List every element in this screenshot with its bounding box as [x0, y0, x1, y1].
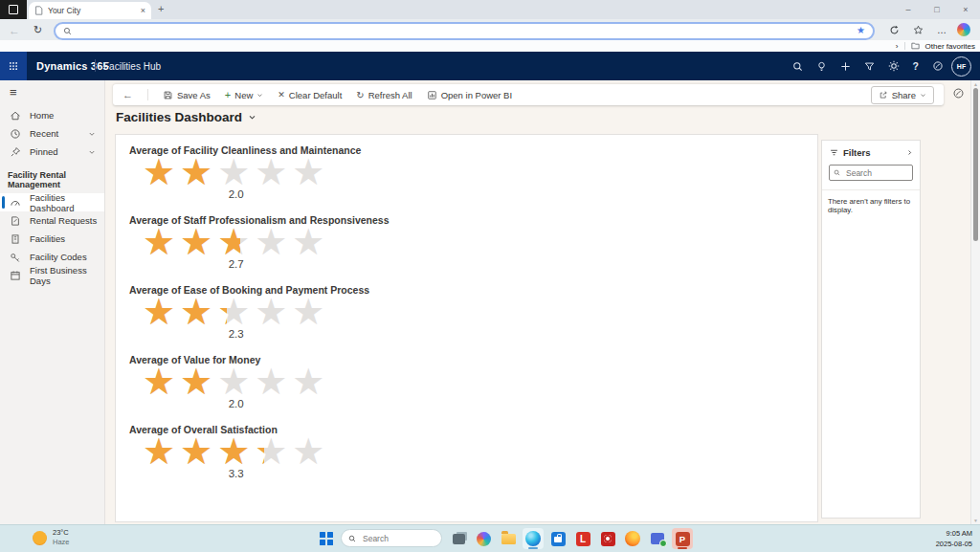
sidebar-item-home[interactable]: Home	[0, 106, 104, 124]
gear-icon[interactable]	[888, 60, 900, 72]
powerpoint-app-icon[interactable]: P	[672, 528, 693, 549]
star-icon: ★★	[180, 296, 212, 329]
sync-icon[interactable]	[889, 25, 900, 35]
rating-tile[interactable]: Average of Facility Cleanliness and Main…	[116, 139, 817, 209]
file-explorer-icon[interactable]	[498, 528, 519, 549]
tab-title: Your City	[48, 6, 136, 15]
rating-tile[interactable]: Average of Ease of Booking and Payment P…	[116, 278, 817, 348]
taskbar-weather-widget[interactable]: 23°C Haze	[33, 528, 70, 547]
search-icon	[348, 535, 356, 542]
start-button[interactable]	[320, 532, 333, 545]
command-bar: ← Save As + New ✕ Clear Default ↻ Re	[113, 84, 944, 105]
new-label: New	[234, 90, 253, 100]
filters-search-input[interactable]	[844, 167, 908, 179]
sidebar-item-label: Rental Requests	[30, 215, 97, 226]
favbar-chevron-icon[interactable]: ›	[896, 42, 899, 51]
star-icon: ★★	[180, 226, 212, 259]
copilot-icon[interactable]	[957, 23, 970, 36]
user-avatar[interactable]: HF	[951, 56, 971, 77]
hamburger-icon[interactable]: ≡	[0, 80, 104, 106]
save-as-button[interactable]: Save As	[163, 90, 211, 100]
d365-brand[interactable]: Dynamics 365	[36, 60, 109, 72]
taskbar-clock[interactable]: 9:05 AM 2025-08-05	[936, 529, 972, 550]
open-power-bi-button[interactable]: Open in Power BI	[427, 90, 512, 100]
maximize-button[interactable]: □	[923, 5, 951, 14]
collapse-panel-icon[interactable]	[906, 149, 913, 156]
taskbar-app-icons: L P	[448, 528, 693, 549]
sidebar-item-facility-codes[interactable]: Facility Codes	[0, 248, 104, 266]
other-favorites-label[interactable]: Other favorites	[925, 42, 975, 51]
star-icon: ★★	[180, 435, 212, 469]
filters-search-box[interactable]	[829, 165, 913, 181]
close-button[interactable]: ×	[951, 5, 980, 14]
copilot-app-icon[interactable]	[473, 528, 494, 549]
sidebar-item-rental-requests[interactable]: Rental Requests	[0, 211, 104, 230]
clock-icon	[10, 128, 21, 140]
edge-app-icon[interactable]	[523, 528, 544, 549]
sidebar-item-first-business-days[interactable]: First Business Days	[0, 266, 104, 284]
chevron-down-icon[interactable]	[248, 113, 256, 121]
tab-close-icon[interactable]: ×	[141, 6, 145, 15]
search-icon[interactable]	[792, 61, 803, 72]
scrollbar-thumb[interactable]	[973, 88, 978, 241]
lightbulb-icon[interactable]	[816, 61, 827, 72]
help-icon[interactable]: ?	[913, 60, 919, 72]
sidebar-item-label: Pinned	[30, 146, 58, 157]
back-icon[interactable]: ←	[9, 24, 20, 37]
star-icon: ★★	[255, 296, 287, 329]
sidebar-item-label: Home	[30, 110, 54, 121]
rating-tile[interactable]: Average of Staff Professionalism and Res…	[116, 209, 817, 278]
scroll-down-icon[interactable]: ▼	[971, 518, 980, 523]
audio-device-icon[interactable]	[647, 528, 668, 549]
rating-tile[interactable]: Average of Value for Money ★★★★★★★★★★ 2.…	[116, 348, 817, 418]
new-button[interactable]: + New	[225, 90, 263, 100]
back-icon[interactable]: ←	[122, 89, 133, 100]
workspaces-icon[interactable]	[0, 0, 27, 19]
chevron-down-icon	[256, 92, 263, 99]
sidebar-item-label: Facility Codes	[30, 252, 87, 262]
seal-app-icon[interactable]	[597, 528, 618, 549]
star-icon: ★★	[292, 296, 324, 329]
chevron-down-icon[interactable]	[88, 148, 96, 156]
dashboard-canvas: Average of Facility Cleanliness and Main…	[115, 134, 818, 522]
l-app-icon[interactable]: L	[572, 528, 593, 549]
sidebar-item-facilities-dashboard[interactable]: Facilities Dashboard	[0, 193, 104, 211]
store-app-icon[interactable]	[547, 528, 568, 549]
weather-sun-icon	[33, 531, 47, 545]
sidebar-item-pinned[interactable]: Pinned	[0, 143, 104, 161]
clock-time: 9:05 AM	[936, 529, 972, 540]
bookmark-star-icon[interactable]: ★	[857, 26, 865, 35]
feedback-icon[interactable]	[932, 60, 944, 72]
refresh-all-button[interactable]: ↻ Refresh All	[356, 90, 412, 100]
refresh-icon[interactable]: ↻	[33, 24, 42, 36]
chevron-down-icon[interactable]	[88, 130, 96, 138]
app-launcher-icon[interactable]	[0, 52, 27, 80]
d365-app-name[interactable]: Facilities Hub	[103, 61, 161, 72]
browser-tab[interactable]: Your City ×	[29, 2, 151, 19]
task-view-icon[interactable]	[448, 528, 469, 549]
filter-icon[interactable]	[864, 61, 875, 72]
share-button[interactable]: Share	[871, 86, 934, 104]
sidebar-item-recent[interactable]: Recent	[0, 124, 104, 143]
vertical-scrollbar[interactable]: ▲ ▼	[970, 80, 980, 524]
page-title[interactable]: Facilities Dashboard	[116, 110, 256, 124]
copilot-panel-icon[interactable]	[952, 87, 965, 99]
address-input[interactable]	[78, 25, 851, 36]
taskbar-search-input[interactable]	[361, 533, 434, 544]
divider	[904, 42, 905, 50]
favorites-hub-icon[interactable]	[913, 25, 924, 35]
filters-title: Filters	[843, 147, 871, 158]
firefox-app-icon[interactable]	[622, 528, 643, 549]
taskbar-search-box[interactable]	[341, 529, 442, 547]
plus-icon[interactable]	[840, 61, 851, 72]
sidebar-item-facilities[interactable]: Facilities	[0, 230, 104, 248]
clear-default-button[interactable]: ✕ Clear Default	[278, 90, 342, 100]
clear-x-icon: ✕	[278, 90, 285, 99]
address-bar[interactable]: ★	[54, 22, 875, 40]
scroll-up-icon[interactable]: ▲	[971, 81, 980, 87]
rating-tile[interactable]: Average of Overall Satisfaction ★★★★★★★★…	[116, 418, 817, 488]
star-icon: ★★	[292, 226, 324, 259]
minimize-button[interactable]: –	[894, 5, 923, 14]
new-tab-button[interactable]: +	[158, 3, 164, 14]
browser-menu-icon[interactable]: …	[937, 25, 947, 35]
